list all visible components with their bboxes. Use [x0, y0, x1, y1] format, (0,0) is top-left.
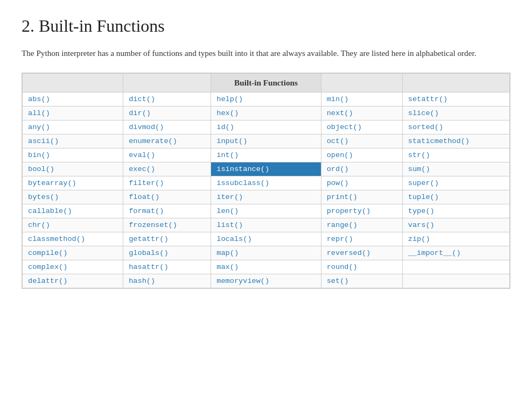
- page-title: 2. Built-in Functions: [22, 16, 510, 36]
- table-row: ascii()enumerate()input()oct()staticmeth…: [23, 134, 510, 148]
- table-cell[interactable]: oct(): [321, 134, 402, 148]
- table-cell[interactable]: isinstance(): [211, 162, 321, 176]
- table-cell[interactable]: bytearray(): [23, 176, 123, 190]
- table-cell[interactable]: next(): [321, 106, 402, 120]
- table-cell[interactable]: frozenset(): [123, 218, 211, 232]
- table-row: all()dir()hex()next()slice(): [23, 106, 510, 120]
- table-cell[interactable]: filter(): [123, 176, 211, 190]
- table-cell[interactable]: len(): [211, 204, 321, 218]
- table-cell[interactable]: callable(): [23, 204, 123, 218]
- table-cell[interactable]: divmod(): [123, 120, 211, 134]
- table-cell[interactable]: slice(): [402, 106, 509, 120]
- table-cell[interactable]: dict(): [123, 93, 211, 106]
- table-cell[interactable]: vars(): [402, 218, 509, 232]
- table-cell[interactable]: ord(): [321, 162, 402, 176]
- table-cell[interactable]: hex(): [211, 106, 321, 120]
- table-cell[interactable]: globals(): [123, 246, 211, 260]
- table-cell[interactable]: eval(): [123, 148, 211, 162]
- table-row: any()divmod()id()object()sorted(): [23, 120, 510, 134]
- table-cell[interactable]: int(): [211, 148, 321, 162]
- table-cell[interactable]: issubclass(): [211, 176, 321, 190]
- header-col-4: [321, 74, 402, 93]
- table-cell[interactable]: round(): [321, 260, 402, 274]
- table-row: delattr()hash()memoryview()set(): [23, 274, 510, 288]
- table-row: compile()globals()map()reversed()__impor…: [23, 246, 510, 260]
- table-cell[interactable]: tuple(): [402, 190, 509, 204]
- table-cell[interactable]: getattr(): [123, 232, 211, 246]
- table-cell[interactable]: any(): [23, 120, 123, 134]
- header-col-2: [123, 74, 211, 93]
- table-cell[interactable]: object(): [321, 120, 402, 134]
- page-description: The Python interpreter has a number of f…: [22, 47, 510, 60]
- table-cell[interactable]: ascii(): [23, 134, 123, 148]
- table-cell[interactable]: print(): [321, 190, 402, 204]
- table-row: bool()exec()isinstance()ord()sum(): [23, 162, 510, 176]
- table-cell[interactable]: enumerate(): [123, 134, 211, 148]
- table-cell[interactable]: min(): [321, 93, 402, 106]
- header-col-1: [23, 74, 123, 93]
- table-cell[interactable]: map(): [211, 246, 321, 260]
- functions-table-container: Built-in Functions abs()dict()help()min(…: [22, 73, 510, 289]
- header-col-5: [402, 74, 509, 93]
- table-row: complex()hasattr()max()round(): [23, 260, 510, 274]
- table-cell[interactable]: compile(): [23, 246, 123, 260]
- table-cell[interactable]: id(): [211, 120, 321, 134]
- table-cell[interactable]: bytes(): [23, 190, 123, 204]
- table-row: bin()eval()int()open()str(): [23, 148, 510, 162]
- functions-table: Built-in Functions abs()dict()help()min(…: [22, 73, 510, 288]
- table-row: bytes()float()iter()print()tuple(): [23, 190, 510, 204]
- table-row: abs()dict()help()min()setattr(): [23, 93, 510, 106]
- table-cell[interactable]: open(): [321, 148, 402, 162]
- table-cell[interactable]: memoryview(): [211, 274, 321, 288]
- table-row: callable()format()len()property()type(): [23, 204, 510, 218]
- table-cell[interactable]: complex(): [23, 260, 123, 274]
- table-cell[interactable]: iter(): [211, 190, 321, 204]
- table-cell[interactable]: sorted(): [402, 120, 509, 134]
- table-row: chr()frozenset()list()range()vars(): [23, 218, 510, 232]
- table-cell[interactable]: dir(): [123, 106, 211, 120]
- table-cell[interactable]: bin(): [23, 148, 123, 162]
- table-cell[interactable]: chr(): [23, 218, 123, 232]
- table-cell[interactable]: exec(): [123, 162, 211, 176]
- table-cell[interactable]: setattr(): [402, 93, 509, 106]
- table-row: classmethod()getattr()locals()repr()zip(…: [23, 232, 510, 246]
- table-cell[interactable]: sum(): [402, 162, 509, 176]
- table-cell[interactable]: locals(): [211, 232, 321, 246]
- table-cell[interactable]: hasattr(): [123, 260, 211, 274]
- table-cell[interactable]: range(): [321, 218, 402, 232]
- table-cell[interactable]: bool(): [23, 162, 123, 176]
- table-cell[interactable]: delattr(): [23, 274, 123, 288]
- header-col-3: Built-in Functions: [211, 74, 321, 93]
- table-cell[interactable]: [402, 260, 509, 274]
- table-cell[interactable]: pow(): [321, 176, 402, 190]
- table-cell[interactable]: input(): [211, 134, 321, 148]
- table-cell[interactable]: format(): [123, 204, 211, 218]
- table-cell[interactable]: set(): [321, 274, 402, 288]
- table-cell[interactable]: list(): [211, 218, 321, 232]
- table-cell[interactable]: max(): [211, 260, 321, 274]
- table-cell[interactable]: staticmethod(): [402, 134, 509, 148]
- table-cell[interactable]: classmethod(): [23, 232, 123, 246]
- table-cell[interactable]: super(): [402, 176, 509, 190]
- table-cell[interactable]: str(): [402, 148, 509, 162]
- table-cell[interactable]: hash(): [123, 274, 211, 288]
- table-cell[interactable]: __import__(): [402, 246, 509, 260]
- table-cell[interactable]: property(): [321, 204, 402, 218]
- table-cell[interactable]: help(): [211, 93, 321, 106]
- table-header-row: Built-in Functions: [23, 74, 510, 93]
- table-cell[interactable]: type(): [402, 204, 509, 218]
- table-cell[interactable]: repr(): [321, 232, 402, 246]
- table-cell[interactable]: all(): [23, 106, 123, 120]
- table-cell[interactable]: zip(): [402, 232, 509, 246]
- table-cell[interactable]: [402, 274, 509, 288]
- table-cell[interactable]: abs(): [23, 93, 123, 106]
- table-row: bytearray()filter()issubclass()pow()supe…: [23, 176, 510, 190]
- table-cell[interactable]: reversed(): [321, 246, 402, 260]
- table-cell[interactable]: float(): [123, 190, 211, 204]
